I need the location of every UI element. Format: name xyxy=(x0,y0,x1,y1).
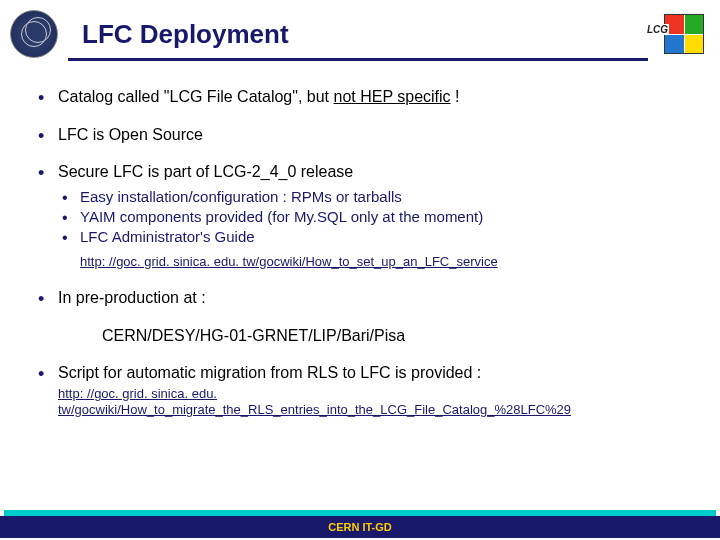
bullet-catalog-underlined: not HEP specific xyxy=(334,88,451,105)
bullet-opensource: LFC is Open Source xyxy=(36,124,684,146)
slide-header: LFC Deployment LCG xyxy=(0,0,720,68)
slide-title: LFC Deployment xyxy=(82,19,648,50)
bullet-migration-text: Script for automatic migration from RLS … xyxy=(58,364,481,381)
bullet-secure-lfc: Secure LFC is part of LCG-2_4_0 release … xyxy=(36,161,684,271)
sub-bullet-install: Easy installation/configuration : RPMs o… xyxy=(58,187,684,207)
cern-logo-icon xyxy=(10,10,58,58)
bullet-secure-lfc-text: Secure LFC is part of LCG-2_4_0 release xyxy=(58,163,353,180)
slide-content: Catalog called "LCG File Catalog", but n… xyxy=(0,68,720,420)
slide-footer: CERN IT-GD xyxy=(0,510,720,540)
link-migration[interactable]: http: //goc. grid. sinica. edu. tw/gocwi… xyxy=(58,386,684,419)
lcg-logo-icon: LCG xyxy=(648,10,704,58)
sub-bullet-yaim: YAIM components provided (for My.SQL onl… xyxy=(58,207,684,227)
bullet-migration-script: Script for automatic migration from RLS … xyxy=(36,362,684,419)
footer-main-bar: CERN IT-GD xyxy=(0,516,720,538)
lcg-logo-label: LCG xyxy=(646,24,669,35)
bullet-catalog-pre: Catalog called "LCG File Catalog", but xyxy=(58,88,334,105)
link-lfc-setup[interactable]: http: //goc. grid. sinica. edu. tw/gocwi… xyxy=(80,254,498,270)
bullet-preproduction: In pre-production at : xyxy=(36,287,684,309)
bullet-preproduction-text: In pre-production at : xyxy=(58,289,206,306)
bullet-catalog: Catalog called "LCG File Catalog", but n… xyxy=(36,86,684,108)
title-underline xyxy=(68,58,648,61)
bullet-catalog-post: ! xyxy=(451,88,460,105)
preproduction-sites: CERN/DESY/HG-01-GRNET/LIP/Bari/Pisa xyxy=(102,325,684,347)
footer-text: CERN IT-GD xyxy=(328,521,392,533)
lcg-grid-icon xyxy=(664,14,704,54)
sub-bullet-admin-guide: LFC Administrator's Guide xyxy=(58,227,684,247)
